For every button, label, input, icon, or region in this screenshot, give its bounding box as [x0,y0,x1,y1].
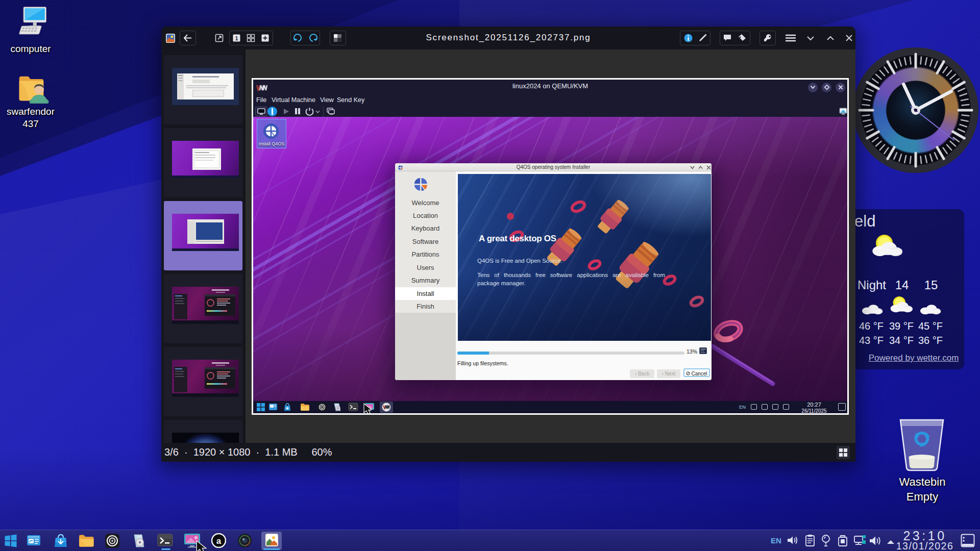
svg-text:a: a [216,536,222,546]
